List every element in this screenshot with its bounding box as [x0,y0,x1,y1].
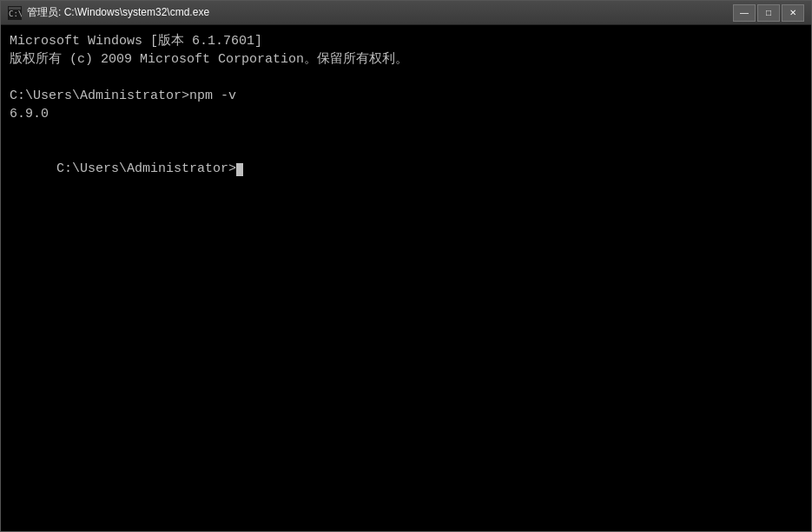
terminal-line-7: C:\Users\Administrator> [10,141,802,196]
svg-text:C:\: C:\ [9,10,22,18]
title-bar: C:\ 管理员: C:\Windows\system32\cmd.exe — □… [1,1,811,25]
terminal-blank-1 [10,69,802,87]
close-button[interactable]: ✕ [782,4,804,22]
terminal-body[interactable]: Microsoft Windows [版本 6.1.7601] 版权所有 (c)… [1,25,811,531]
cmd-window: C:\ 管理员: C:\Windows\system32\cmd.exe — □… [0,0,812,532]
title-bar-text: 管理员: C:\Windows\system32\cmd.exe [27,5,728,20]
terminal-line-2: 版权所有 (c) 2009 Microsoft Corporation。保留所有… [10,50,802,69]
terminal-line-4: C:\Users\Administrator>npm -v [10,87,802,105]
terminal-line-5: 6.9.0 [10,105,802,123]
terminal-line-1: Microsoft Windows [版本 6.1.7601] [10,32,802,50]
terminal-prompt: C:\Users\Administrator> [56,161,236,176]
cmd-icon: C:\ [8,6,22,20]
cursor [236,163,243,176]
maximize-button[interactable]: □ [757,4,780,22]
title-bar-controls: — □ ✕ [733,4,804,22]
terminal-blank-2 [10,123,802,141]
minimize-button[interactable]: — [733,4,756,22]
